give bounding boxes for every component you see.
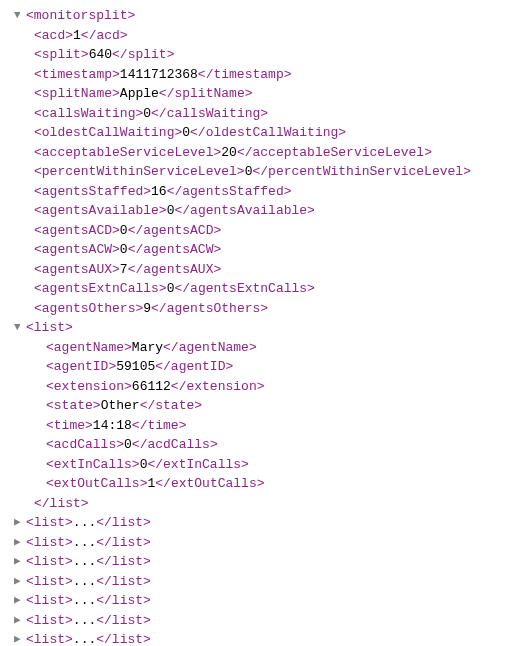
field-agentsAUX: <agentsAUX>7</agentsAUX> [6,260,509,280]
field-acceptableServiceLevel: <acceptableServiceLevel>20</acceptableSe… [6,143,509,163]
twisty-collapsed-icon[interactable]: ▶ [14,592,26,609]
twisty-collapsed-icon[interactable]: ▶ [14,514,26,531]
collapsed-list[interactable]: ▶<list>...</list> [6,513,509,533]
twisty-collapsed-icon[interactable]: ▶ [14,573,26,590]
field-split: <split>640</split> [6,45,509,65]
field-timestamp: <timestamp>1411712368</timestamp> [6,65,509,85]
field-agentsACW: <agentsACW>0</agentsACW> [6,240,509,260]
list-field-agentID: <agentID>59105</agentID> [6,357,509,377]
field-agentsACD: <agentsACD>0</agentsACD> [6,221,509,241]
twisty-collapsed-icon[interactable]: ▶ [14,553,26,570]
root-open: ▼<monitorsplit> [6,6,509,26]
list-field-state: <state>Other</state> [6,396,509,416]
twisty-collapsed-icon[interactable]: ▶ [14,612,26,629]
collapsed-list[interactable]: ▶<list>...</list> [6,552,509,572]
twisty-expanded-icon[interactable]: ▼ [14,319,26,336]
list-field-acdCalls: <acdCalls>0</acdCalls> [6,435,509,455]
field-agentsOthers: <agentsOthers>9</agentsOthers> [6,299,509,319]
collapsed-list[interactable]: ▶<list>...</list> [6,572,509,592]
list-field-agentName: <agentName>Mary</agentName> [6,338,509,358]
field-agentsAvailable: <agentsAvailable>0</agentsAvailable> [6,201,509,221]
list-field-extOutCalls: <extOutCalls>1</extOutCalls> [6,474,509,494]
field-splitName: <splitName>Apple</splitName> [6,84,509,104]
collapsed-list[interactable]: ▶<list>...</list> [6,630,509,646]
field-percentWithinServiceLevel: <percentWithinServiceLevel>0</percentWit… [6,162,509,182]
field-agentsStaffed: <agentsStaffed>16</agentsStaffed> [6,182,509,202]
collapsed-list[interactable]: ▶<list>...</list> [6,611,509,631]
xml-tree-view: ▼<monitorsplit><acd>1</acd><split>640</s… [6,6,509,646]
twisty-collapsed-icon[interactable]: ▶ [14,534,26,551]
field-callsWaiting: <callsWaiting>0</callsWaiting> [6,104,509,124]
field-acd: <acd>1</acd> [6,26,509,46]
list-field-extInCalls: <extInCalls>0</extInCalls> [6,455,509,475]
list-close: </list> [6,494,509,514]
collapsed-list[interactable]: ▶<list>...</list> [6,533,509,553]
list-open: ▼<list> [6,318,509,338]
field-oldestCallWaiting: <oldestCallWaiting>0</oldestCallWaiting> [6,123,509,143]
twisty-expanded-icon[interactable]: ▼ [14,7,26,24]
list-field-extension: <extension>66112</extension> [6,377,509,397]
twisty-collapsed-icon[interactable]: ▶ [14,631,26,646]
collapsed-list[interactable]: ▶<list>...</list> [6,591,509,611]
list-field-time: <time>14:18</time> [6,416,509,436]
field-agentsExtnCalls: <agentsExtnCalls>0</agentsExtnCalls> [6,279,509,299]
